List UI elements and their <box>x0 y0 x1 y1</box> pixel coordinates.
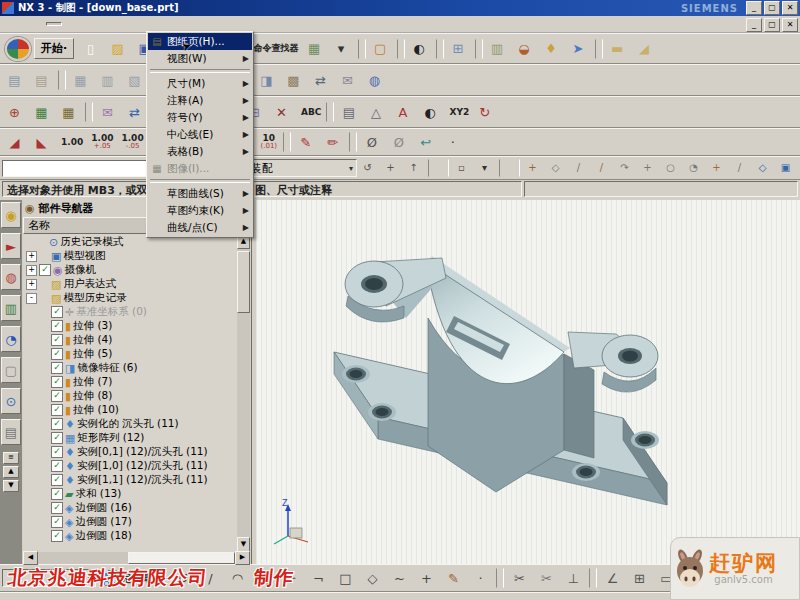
tree-item[interactable]: ✓ ▮ 拉伸 (8) <box>23 389 237 403</box>
dot-icon[interactable]: · <box>327 595 352 600</box>
datum-icon[interactable]: ⊥ <box>219 595 244 600</box>
globe-icon[interactable]: ◍ <box>363 69 388 92</box>
toolbar-button[interactable] <box>397 39 405 59</box>
snap-toolbar-button[interactable] <box>499 159 520 177</box>
menu-item[interactable]: 草图曲线(S) ▶ <box>148 185 252 202</box>
sheet-new-icon[interactable]: ▤ <box>30 69 55 92</box>
corner1-icon[interactable]: ⌐ <box>279 567 304 590</box>
menu-item[interactable]: 符号(Y) ▶ <box>148 109 252 126</box>
scroll-left-icon[interactable]: ◀ <box>23 551 38 565</box>
tree-item[interactable]: ✓ ◨ 镜像特征 (6) <box>23 361 237 375</box>
menu-bar-item[interactable] <box>104 23 118 25</box>
menu-bar-item[interactable] <box>4 23 18 25</box>
tree-item[interactable]: ✓ ◈ 边倒圆 (17) <box>23 515 237 529</box>
toolbar-button[interactable] <box>436 39 444 59</box>
expand-toggle[interactable] <box>40 518 49 527</box>
menu-bar-item[interactable] <box>62 23 76 25</box>
feature-checkbox[interactable]: ✓ <box>51 320 63 332</box>
snap-arc-icon[interactable]: ↷ <box>615 159 636 177</box>
navigate-icon[interactable]: ➤ <box>567 37 592 60</box>
menu-bar-item[interactable] <box>118 23 132 25</box>
snap-slash-icon[interactable]: / <box>730 159 751 177</box>
feature-checkbox[interactable]: ✓ <box>51 502 63 514</box>
sketch-tool-button[interactable] <box>589 568 597 588</box>
library-tab[interactable]: ▥ <box>1 295 21 321</box>
expand-toggle[interactable] <box>40 476 49 485</box>
new-file-icon[interactable]: ▯ <box>79 37 104 60</box>
layout-block1-icon[interactable]: ▦ <box>69 69 94 92</box>
text-chip[interactable]: ABC <box>297 101 323 124</box>
toolbar-button[interactable] <box>595 39 603 59</box>
expand-toggle[interactable] <box>40 392 49 401</box>
balance-icon[interactable]: ◐ <box>418 101 443 124</box>
diameter-icon[interactable]: Ø <box>360 131 385 154</box>
scroll-right-icon[interactable]: ▶ <box>235 551 250 565</box>
wireframe-icon[interactable]: △ <box>138 595 163 600</box>
tree-vertical-scrollbar[interactable]: ▲ ▼ <box>237 234 250 552</box>
toolbar-button[interactable] <box>58 70 66 90</box>
more-icon[interactable]: · <box>468 567 493 590</box>
mail-icon[interactable]: ✉ <box>336 69 361 92</box>
resource-scroll-down-button[interactable]: ▼ <box>3 480 19 492</box>
toolbar-button[interactable] <box>475 39 483 59</box>
expand-toggle[interactable] <box>40 406 49 415</box>
extend-icon[interactable]: ✂ <box>534 567 559 590</box>
expand-toggle[interactable] <box>40 308 49 317</box>
expand-toggle[interactable] <box>40 364 49 373</box>
tree-item[interactable]: - ▨ 模型历史记录 <box>23 291 237 305</box>
menu-item[interactable]: 尺寸(M) ▶ <box>148 75 252 92</box>
feature-checkbox[interactable]: ✓ <box>51 446 63 458</box>
profile-icon[interactable]: ↺ <box>171 567 196 590</box>
start-button[interactable]: 开始· <box>34 38 74 59</box>
toolbar-button[interactable] <box>326 102 334 122</box>
line-icon[interactable]: / <box>198 567 223 590</box>
slope-icon[interactable]: ◢ <box>633 37 658 60</box>
feature-checkbox[interactable] <box>37 237 47 247</box>
expand-toggle[interactable] <box>40 448 49 457</box>
child-close-button[interactable]: ✕ <box>782 18 798 32</box>
swoosh-icon[interactable]: ↩ <box>414 131 439 154</box>
expand-toggle[interactable]: + <box>26 265 37 276</box>
corner2-icon[interactable]: ¬ <box>306 567 331 590</box>
regen-icon[interactable]: ↺ <box>358 159 379 177</box>
menu-item[interactable]: 注释(A) ▶ <box>148 92 252 109</box>
snap-cross-icon[interactable]: + <box>638 159 659 177</box>
zoom-icon[interactable]: ◐ <box>30 595 55 600</box>
point-icon[interactable]: + <box>414 567 439 590</box>
tree-item[interactable]: ✓ ▮ 拉伸 (3) <box>23 319 237 333</box>
circle-icon[interactable]: ○ <box>252 567 277 590</box>
feature-checkbox[interactable] <box>39 293 49 303</box>
tree-item[interactable]: ✓ ✛ 基准坐标系 (0) <box>23 305 237 319</box>
feature-checkbox[interactable]: ✓ <box>51 348 63 360</box>
ruler-icon[interactable]: ▬ <box>606 37 631 60</box>
expand-toggle[interactable]: + <box>26 279 37 290</box>
snap-point-icon[interactable]: + <box>523 159 544 177</box>
feature-checkbox[interactable]: ✓ <box>51 404 63 416</box>
reuse-tab[interactable]: ▢ <box>1 357 21 383</box>
menu-item[interactable] <box>150 69 250 73</box>
toolbar-button[interactable] <box>283 132 291 152</box>
menu-bar-item[interactable] <box>146 23 160 25</box>
send-icon[interactable]: ✉ <box>96 101 121 124</box>
tree-item[interactable]: ✓ ♦ 实例化的 沉头孔 (11) <box>23 417 237 431</box>
menu-item[interactable]: 中心线(E) ▶ <box>148 126 252 143</box>
palette-tab[interactable]: ▤ <box>1 419 21 445</box>
tree-item[interactable]: ✓ ▮ 拉伸 (10) <box>23 403 237 417</box>
model-cube2-icon[interactable]: ▦ <box>57 101 82 124</box>
toolbar-button[interactable] <box>85 102 93 122</box>
cube-gold-icon[interactable]: ▦ <box>273 595 298 600</box>
triangle-icon[interactable]: △ <box>364 101 389 124</box>
expand-toggle[interactable] <box>40 322 49 331</box>
close-button[interactable]: ✕ <box>782 1 798 15</box>
expand-toggle[interactable] <box>40 350 49 359</box>
m-icon[interactable]: ◆ <box>165 595 190 600</box>
red-pen-icon[interactable]: ✎ <box>294 131 319 154</box>
snap-toolbar-button[interactable] <box>428 159 449 177</box>
menu-item[interactable]: ▦ 图像(I)... <box>148 160 252 177</box>
cabinet-icon[interactable]: ▥ <box>486 37 511 60</box>
caret-icon[interactable]: ▾ <box>475 159 496 177</box>
finish-sketch-button[interactable]: 完成草图 <box>120 571 164 586</box>
auto-dim-icon[interactable]: ⊞ <box>627 567 652 590</box>
hatch-icon[interactable]: ▩ <box>282 69 307 92</box>
assembly-navigator-tab[interactable]: ◉ <box>1 202 21 228</box>
